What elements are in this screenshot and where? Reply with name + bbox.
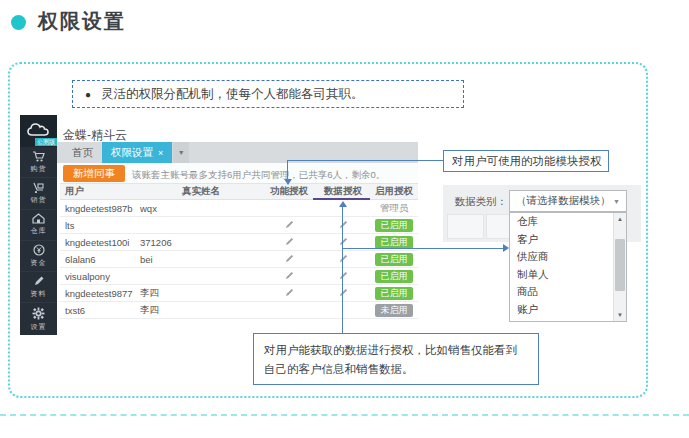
- col-header-enable-auth: 启用授权: [370, 185, 418, 198]
- beta-badge: 公测版: [35, 138, 57, 146]
- panel-cell: [447, 214, 484, 239]
- arrow-down-icon: [284, 179, 292, 185]
- dropdown-option-maker[interactable]: 制单人: [510, 266, 626, 284]
- sidebar-item-warehouse[interactable]: 仓库: [20, 210, 57, 241]
- cell-user: kngdeetest100i: [60, 237, 135, 248]
- quota-note: 该账套主账号最多支持6用户共同管理，已共享6人，剩余0。: [132, 169, 385, 182]
- cloud-icon: [27, 122, 50, 137]
- cell-func-auth: [262, 237, 316, 248]
- cell-status: 已启用: [370, 253, 418, 266]
- table-row: kngdeetest987b wqx 管理员: [60, 200, 418, 217]
- data-auth-underline: [313, 198, 370, 200]
- tab-dropdown-caret-icon[interactable]: ▼: [173, 142, 189, 163]
- table-row: lts 已启用: [60, 217, 418, 234]
- user-permission-table: 用户 真实姓名 功能授权 数据授权 启用授权 kngdeetest987b wq…: [60, 183, 418, 319]
- cell-status: 已启用: [370, 236, 418, 249]
- warehouse-icon: [32, 213, 45, 224]
- table-row: kngdeetest9877 李四 已启用: [60, 285, 418, 302]
- edit-pencil-icon[interactable]: [339, 237, 348, 246]
- status-enabled-button[interactable]: 已启用: [375, 287, 413, 300]
- status-enabled-button[interactable]: 已启用: [375, 219, 413, 232]
- status-enabled-button[interactable]: 已启用: [375, 236, 413, 249]
- cell-func-auth: [262, 254, 316, 265]
- edit-pencil-icon[interactable]: [339, 220, 348, 229]
- dropdown-scrollbar[interactable]: ▲ ▼: [613, 213, 626, 321]
- add-colleague-button[interactable]: 新增同事: [63, 165, 125, 182]
- col-header-data-auth: 数据授权: [316, 185, 370, 198]
- dropdown-option-supplier[interactable]: 供应商: [510, 248, 626, 266]
- table-row: 6lalan6 bei 已启用: [60, 251, 418, 268]
- scrollbar-thumb[interactable]: [615, 239, 625, 291]
- status-enabled-button[interactable]: 已启用: [375, 270, 413, 283]
- cell-data-auth: [316, 254, 370, 265]
- annotation-line2: 自己的客户信息和销售数据。: [264, 360, 538, 379]
- data-module-select[interactable]: （请选择数据模块） ▼: [509, 190, 627, 212]
- connector-line: [287, 160, 288, 179]
- edit-pencil-icon[interactable]: [285, 288, 294, 297]
- page-title: 权限设置: [38, 8, 126, 35]
- tab-home[interactable]: 首页: [63, 142, 102, 163]
- scroll-up-icon[interactable]: ▲: [614, 213, 626, 225]
- cell-status: 已启用: [370, 219, 418, 232]
- cell-data-auth: [316, 220, 370, 231]
- cell-func-auth: [262, 220, 316, 231]
- cell-user: kngdeetest9877: [60, 288, 135, 299]
- cell-realname: 李四: [135, 287, 262, 300]
- edit-pencil-icon[interactable]: [285, 237, 294, 246]
- tab-close-icon[interactable]: ×: [158, 148, 163, 158]
- tip-bullet-icon: ●: [85, 89, 91, 100]
- edit-pencil-icon[interactable]: [339, 288, 348, 297]
- cell-user: txst6: [60, 305, 135, 316]
- dropdown-option-account[interactable]: 账户: [510, 301, 626, 319]
- data-category-label: 数据类别：: [443, 195, 507, 209]
- cell-user: lts: [60, 220, 135, 231]
- table-row: txst6 李四 未启用: [60, 302, 418, 319]
- cell-status: 未启用: [370, 304, 418, 317]
- arrow-right-icon: [503, 244, 509, 252]
- table-row: visualpony 已启用: [60, 268, 418, 285]
- cell-status: 已启用: [370, 287, 418, 300]
- sidebar-item-label: 设置: [31, 322, 47, 332]
- connector-line: [342, 248, 503, 249]
- func-auth-annotation: 对用户可使用的功能模块授权: [443, 150, 609, 172]
- funds-icon: [33, 244, 45, 256]
- edit-pencil-icon[interactable]: [285, 271, 294, 280]
- status-admin-label: 管理员: [370, 202, 418, 215]
- chevron-down-icon: ▼: [613, 198, 620, 205]
- dropdown-option-customer[interactable]: 客户: [510, 231, 626, 249]
- edit-pencil-icon[interactable]: [285, 220, 294, 229]
- sidebar-item-funds[interactable]: 资金: [20, 241, 57, 272]
- edit-pencil-icon[interactable]: [285, 254, 294, 263]
- app-toolbar: 新增同事 该账套主账号最多支持6用户共同管理，已共享6人，剩余0。: [57, 163, 418, 184]
- status-enabled-button[interactable]: 已启用: [375, 253, 413, 266]
- dropdown-option-product[interactable]: 商品: [510, 283, 626, 301]
- sidebar-item-purchase[interactable]: 购货: [20, 147, 57, 178]
- edit-pencil-icon[interactable]: [339, 271, 348, 280]
- dropdown-option-warehouse[interactable]: 仓库: [510, 213, 626, 231]
- cell-data-auth: [316, 237, 370, 248]
- gear-icon: [32, 307, 45, 320]
- app-logo[interactable]: 公测版: [20, 115, 57, 147]
- tip-text: 灵活的权限分配机制，使每个人都能各司其职。: [101, 86, 364, 103]
- sidebar-item-label: 销货: [31, 195, 47, 205]
- sidebar-item-materials[interactable]: 资料: [20, 272, 57, 303]
- tab-permission-settings[interactable]: 权限设置×: [102, 142, 172, 163]
- cell-realname: bei: [135, 254, 262, 265]
- sidebar-item-settings[interactable]: 设置: [20, 303, 57, 334]
- cell-realname: 371206: [135, 237, 262, 248]
- edit-pencil-icon[interactable]: [339, 254, 348, 263]
- col-header-user: 用户: [60, 185, 135, 198]
- sidebar-item-sales[interactable]: 销货: [20, 178, 57, 209]
- sidebar-item-label: 仓库: [31, 226, 47, 236]
- cell-user: kngdeetest987b: [60, 203, 135, 214]
- annotation-line1: 对用户能获取的数据进行授权，比如销售仅能看到: [264, 341, 538, 360]
- arrow-up-icon: [339, 201, 347, 207]
- status-disabled-button[interactable]: 未启用: [375, 304, 413, 317]
- app-main: 金蝶-精斗云 首页 权限设置× ▼ 新增同事 该账套主账号最多支持6用户共同管理…: [57, 115, 418, 330]
- tip-box: ● 灵活的权限分配机制，使每个人都能各司其职。: [72, 80, 464, 108]
- cell-func-auth: [262, 288, 316, 299]
- select-value: （请选择数据模块）: [516, 194, 611, 208]
- col-header-func-auth: 功能授权: [262, 185, 316, 198]
- dolly-icon: [32, 182, 45, 193]
- scroll-down-icon[interactable]: ▼: [614, 309, 626, 321]
